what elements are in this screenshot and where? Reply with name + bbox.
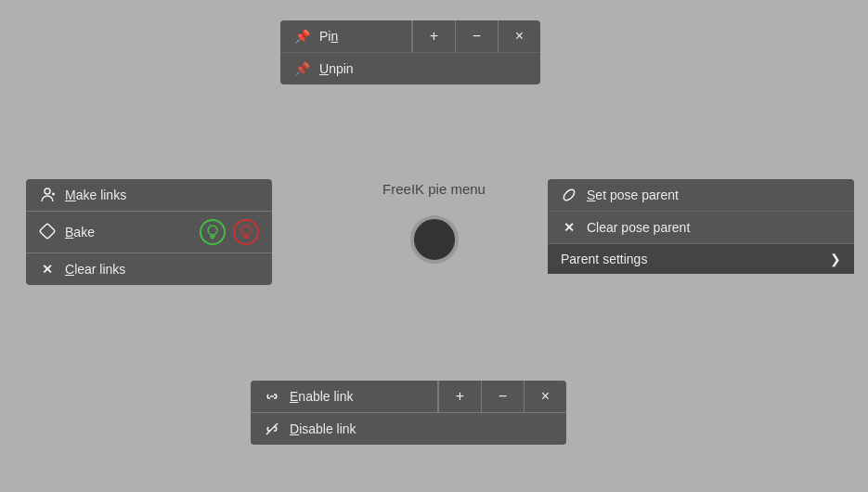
bottom-close-button[interactable]: ×	[524, 381, 566, 412]
clear-links-label: Clear links	[65, 262, 259, 277]
bottom-action-buttons: + − ×	[437, 381, 566, 412]
enable-link-label: Enable link	[290, 389, 424, 404]
svg-rect-3	[40, 223, 56, 239]
disable-link-label: Disable link	[290, 421, 553, 436]
unpin-item[interactable]: 📌 Unpin	[280, 52, 540, 84]
center-circle	[410, 215, 459, 264]
svg-point-0	[45, 188, 50, 194]
pin-menu: 📌 Pin + − × 📌 Unpin	[280, 20, 540, 84]
enable-link-row: Enable link + − ×	[251, 381, 566, 412]
set-pose-parent-icon	[561, 187, 577, 203]
bottom-minus-button[interactable]: −	[481, 381, 524, 412]
bake-icon	[39, 223, 56, 242]
clear-pose-parent-item[interactable]: ✕ Clear pose parent	[548, 212, 854, 244]
svg-point-12	[562, 188, 577, 202]
make-links-label: Make links	[65, 188, 259, 202]
bake-icons	[200, 219, 259, 245]
pin-action-buttons: + − ×	[411, 20, 540, 52]
bake-red-bulb[interactable]	[233, 219, 259, 245]
disable-link-item[interactable]: Disable link	[251, 412, 566, 445]
right-menu: Set pose parent ✕ Clear pose parent Pare…	[548, 179, 854, 274]
pin-plus-button[interactable]: +	[412, 20, 455, 52]
clear-links-item[interactable]: ✕ Clear links	[26, 252, 272, 285]
pin-icon: 📌	[293, 28, 310, 45]
set-pose-parent-label: Set pose parent	[587, 188, 841, 202]
clear-pose-parent-label: Clear pose parent	[587, 220, 841, 235]
pin-row: 📌 Pin + − ×	[280, 20, 540, 52]
unpin-label: Unpin	[319, 61, 527, 76]
freenik-label: FreeIK pie menu	[382, 181, 486, 197]
enable-link-item[interactable]: Enable link	[251, 381, 437, 412]
disable-link-icon	[264, 421, 280, 437]
make-links-item[interactable]: Make links	[26, 179, 272, 211]
left-menu: Make links Bake	[26, 179, 272, 285]
parent-settings-label: Parent settings	[561, 252, 830, 266]
pin-item[interactable]: 📌 Pin	[280, 20, 411, 52]
set-pose-parent-item[interactable]: Set pose parent	[548, 179, 854, 212]
svg-point-8	[241, 226, 251, 235]
pin-close-button[interactable]: ×	[498, 20, 540, 52]
bake-label[interactable]: Bake	[65, 225, 95, 240]
chevron-right-icon: ❯	[830, 252, 841, 266]
bottom-plus-button[interactable]: +	[438, 381, 481, 412]
bottom-menu: Enable link + − × Disable link	[251, 381, 566, 445]
bake-green-bulb[interactable]	[200, 219, 226, 245]
clear-links-icon: ✕	[39, 261, 56, 278]
enable-link-icon	[264, 388, 280, 405]
bake-row: Bake	[26, 211, 272, 252]
pin-minus-button[interactable]: −	[455, 20, 498, 52]
parent-settings-item[interactable]: Parent settings ❯	[548, 244, 854, 274]
unpin-icon: 📌	[293, 60, 310, 77]
svg-point-4	[208, 226, 217, 235]
clear-pose-parent-icon: ✕	[561, 219, 577, 236]
pin-label: Pin	[319, 29, 398, 44]
make-links-icon	[39, 187, 56, 203]
